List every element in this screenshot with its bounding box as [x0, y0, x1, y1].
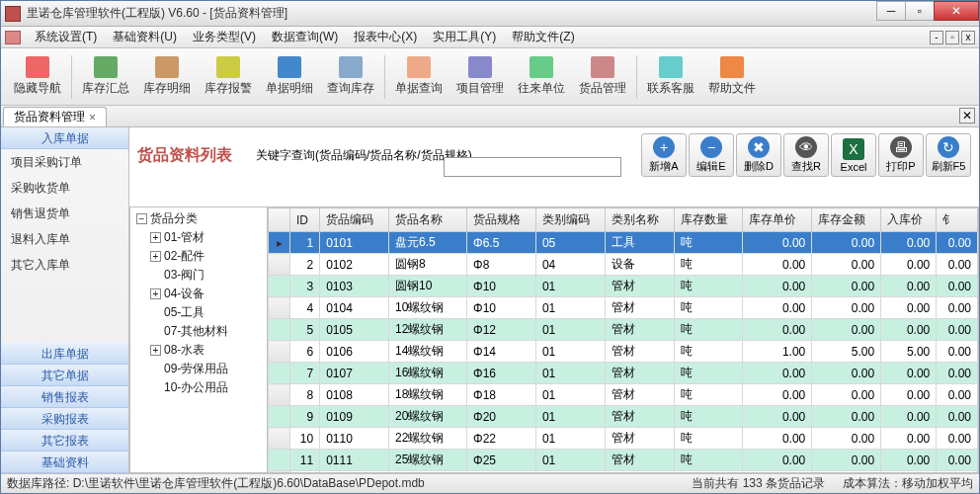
table-row[interactable]: 10011022螺纹钢Φ2201管材吨0.000.000.000.00	[269, 428, 978, 450]
menu-report[interactable]: 报表中心(X)	[346, 27, 425, 47]
search-input[interactable]	[444, 157, 621, 177]
print-button[interactable]: 🖶打印P	[878, 133, 924, 177]
tree-item[interactable]: 10-办公用品	[132, 378, 265, 397]
menu-system[interactable]: 系统设置(T)	[27, 27, 105, 47]
category-tree[interactable]: −货品分类 +01-管材 +02-配件 03-阀门 +04-设备 05-工具 0…	[129, 206, 268, 473]
app-icon	[5, 6, 21, 22]
col-header[interactable]: 库存金额	[812, 208, 881, 232]
col-header[interactable]: 类别编码	[535, 208, 605, 232]
menu-icon	[5, 31, 21, 44]
tab-label: 货品资料管理	[14, 109, 85, 125]
navhead-other[interactable]: 其它单据	[1, 365, 128, 386]
tab-products[interactable]: 货品资料管理 ×	[3, 107, 107, 126]
tool-billdetail[interactable]: 单据明细	[259, 52, 320, 102]
status-count: 当前共有 133 条货品记录	[692, 475, 825, 492]
tool-hidenav[interactable]: 隐藏导航	[7, 52, 68, 102]
tab-close-icon[interactable]: ×	[89, 111, 96, 124]
close-button[interactable]: ✕	[934, 1, 979, 21]
table-row[interactable]: 7010716螺纹钢Φ1601管材吨0.000.000.000.00	[269, 363, 978, 384]
tool-project[interactable]: 项目管理	[449, 52, 511, 102]
table-row[interactable]: 6010614螺纹钢Φ1401管材吨1.005.005.000.00	[269, 341, 978, 363]
refresh-button[interactable]: ↻刷新F5	[926, 133, 971, 177]
tree-item[interactable]: +04-设备	[132, 285, 265, 303]
tool-stockdetail[interactable]: 库存明细	[136, 52, 198, 102]
nav-other-in[interactable]: 其它入库单	[1, 252, 128, 278]
navhead-otherrpt[interactable]: 其它报表	[1, 430, 128, 452]
tool-product[interactable]: 货品管理	[572, 52, 633, 102]
statusbar: 数据库路径: D:\里诺软件\里诺仓库管理软件(工程版)6.60\DataBas…	[1, 473, 979, 493]
table-row[interactable]: 10101盘元6.5Φ6.505工具吨0.000.000.000.00	[269, 232, 978, 254]
col-header[interactable]: 入库价	[881, 208, 937, 232]
menu-basedata[interactable]: 基础资料(U)	[105, 27, 185, 47]
menu-tools[interactable]: 实用工具(Y)	[425, 27, 504, 47]
menu-help[interactable]: 帮助文件(Z)	[504, 27, 582, 47]
status-path: 数据库路径: D:\里诺软件\里诺仓库管理软件(工程版)6.60\DataBas…	[7, 475, 425, 492]
nav-proj-po[interactable]: 项目采购订单	[1, 149, 128, 175]
find-button[interactable]: 👁查找R	[783, 133, 829, 177]
navhead-base[interactable]: 基础资料	[1, 452, 128, 473]
nav-sales-return[interactable]: 销售退货单	[1, 201, 128, 226]
col-header[interactable]: 货品规格	[467, 208, 536, 232]
mdi-min-icon[interactable]: -	[930, 31, 943, 44]
tree-root[interactable]: −货品分类	[132, 209, 265, 228]
tree-item[interactable]: +02-配件	[132, 247, 265, 266]
nav-material-return[interactable]: 退料入库单	[1, 226, 128, 252]
tool-partner[interactable]: 往来单位	[511, 52, 572, 102]
mdi-restore-icon[interactable]: ▫	[945, 31, 959, 44]
col-header[interactable]: 类别名称	[605, 208, 674, 232]
navhead-out[interactable]: 出库单据	[1, 343, 128, 365]
tree-item[interactable]: +08-水表	[132, 341, 265, 360]
table-row[interactable]: 5010512螺纹钢Φ1201管材吨0.000.000.000.00	[269, 319, 978, 341]
table-row[interactable]: 4010410螺纹钢Φ1001管材吨0.000.000.000.00	[269, 297, 978, 319]
menu-biztype[interactable]: 业务类型(V)	[185, 27, 264, 47]
tree-item[interactable]: 09-劳保用品	[132, 360, 265, 378]
mdi-close-icon[interactable]: x	[961, 31, 975, 44]
col-header[interactable]: 库存单价	[743, 208, 812, 232]
tool-billquery[interactable]: 单据查询	[388, 52, 449, 102]
table-row[interactable]: 11011125螺纹钢Φ2501管材吨0.000.000.000.00	[269, 450, 978, 471]
tool-stocksum[interactable]: 库存汇总	[75, 52, 136, 102]
menubar: 系统设置(T) 基础资料(U) 业务类型(V) 数据查询(W) 报表中心(X) …	[1, 27, 979, 48]
left-nav: 入库单据 项目采购订单 采购收货单 销售退货单 退料入库单 其它入库单 出库单据…	[1, 127, 129, 473]
col-header[interactable]: ID	[290, 208, 320, 232]
table-row[interactable]: 30103圆钢10Φ1001管材吨0.000.000.000.00	[269, 276, 978, 297]
nav-purchase-recv[interactable]: 采购收货单	[1, 175, 128, 201]
window-title: 里诺仓库管理软件(工程版) V6.60 - [货品资料管理]	[27, 5, 287, 22]
edit-button[interactable]: −编辑E	[689, 133, 734, 177]
main-toolbar: 隐藏导航 库存汇总 库存明细 库存报警 单据明细 查询库存 单据查询 项目管理 …	[1, 48, 979, 106]
search-label: 关键字查询(货品编码/货品名称/货品规格)	[256, 147, 472, 164]
navhead-salesrpt[interactable]: 销售报表	[1, 386, 128, 408]
tool-support[interactable]: 联系客服	[640, 52, 701, 102]
col-header[interactable]: 货品编码	[320, 208, 389, 232]
delete-button[interactable]: ✖删除D	[736, 133, 781, 177]
tool-querystock[interactable]: 查询库存	[320, 52, 381, 102]
page-title: 货品资料列表	[137, 145, 232, 166]
tool-stockalarm[interactable]: 库存报警	[198, 52, 259, 102]
status-method: 成本算法：移动加权平均	[843, 475, 973, 492]
navhead-purchrpt[interactable]: 采购报表	[1, 408, 128, 430]
col-header[interactable]: 货品名称	[389, 208, 467, 232]
add-button[interactable]: +新增A	[641, 133, 687, 177]
menu-query[interactable]: 数据查询(W)	[264, 27, 346, 47]
titlebar: 里诺仓库管理软件(工程版) V6.60 - [货品资料管理] ─ ▫ ✕	[1, 1, 979, 27]
tool-helpfile[interactable]: 帮助文件	[701, 52, 763, 102]
navhead-in[interactable]: 入库单据	[1, 127, 128, 149]
maximize-button[interactable]: ▫	[905, 1, 935, 21]
excel-button[interactable]: XExcel	[831, 133, 876, 177]
tree-item[interactable]: 07-其他材料	[132, 322, 265, 341]
table-row[interactable]: 9010920螺纹钢Φ2001管材吨0.000.000.000.00	[269, 406, 978, 428]
minimize-button[interactable]: ─	[876, 1, 906, 21]
tree-item[interactable]: 05-工具	[132, 303, 265, 322]
table-row[interactable]: 20102圆钢8Φ804设备吨0.000.000.000.00	[269, 254, 978, 276]
tabstrip: 货品资料管理 × ✕	[1, 106, 979, 127]
tree-item[interactable]: +01-管材	[132, 228, 265, 247]
col-header[interactable]: 库存数量	[674, 208, 743, 232]
tabstrip-close-button[interactable]: ✕	[959, 108, 975, 124]
product-grid[interactable]: ID货品编码货品名称货品规格类别编码类别名称库存数量库存单价库存金额入库价钅10…	[268, 206, 979, 473]
tree-item[interactable]: 03-阀门	[132, 266, 265, 285]
table-row[interactable]: 8010818螺纹钢Φ1801管材吨0.000.000.000.00	[269, 384, 978, 406]
